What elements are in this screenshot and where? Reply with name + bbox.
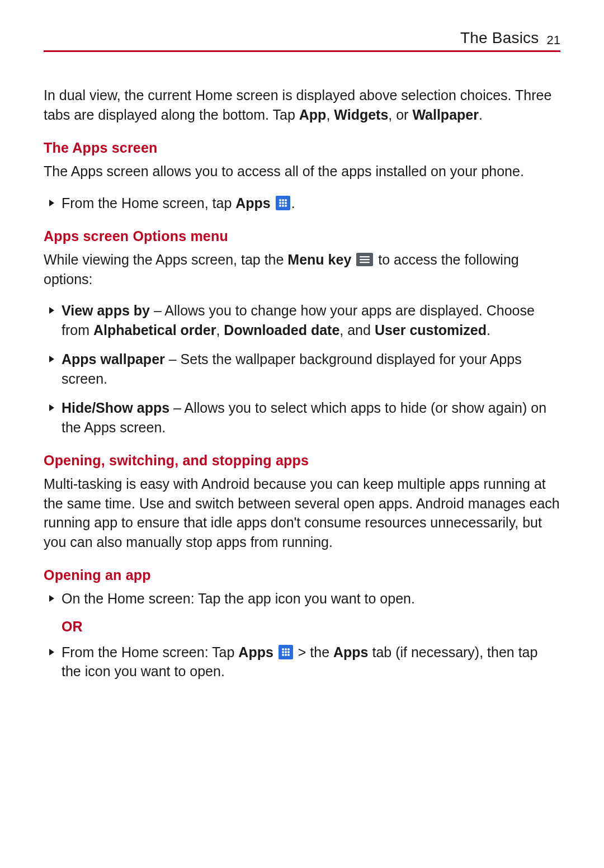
- svg-point-6: [279, 205, 281, 207]
- text: > the: [298, 644, 333, 660]
- bullet-list: View apps by – Allows you to change how …: [44, 301, 560, 437]
- bold-downloaded-date: Downloaded date: [224, 322, 339, 338]
- svg-point-16: [285, 651, 287, 653]
- svg-point-5: [285, 202, 287, 204]
- apps-icon: [279, 645, 293, 659]
- svg-point-12: [282, 648, 284, 650]
- bullet-icon: [49, 404, 54, 411]
- text: , or: [388, 107, 412, 122]
- svg-point-20: [287, 654, 290, 656]
- section-title: The Basics: [460, 29, 539, 47]
- page-number: 21: [547, 33, 560, 48]
- svg-point-18: [282, 654, 284, 656]
- svg-point-15: [282, 651, 284, 653]
- bold-alphabetical: Alphabetical order: [93, 322, 216, 338]
- bold-widgets: Widgets: [334, 107, 388, 122]
- svg-point-17: [287, 651, 290, 653]
- svg-point-0: [279, 199, 281, 201]
- bullet-icon: [49, 595, 54, 602]
- svg-rect-10: [360, 259, 370, 260]
- page: The Basics 21 In dual view, the current …: [0, 0, 604, 868]
- svg-point-3: [279, 202, 281, 204]
- bold-apps-tab: Apps: [333, 644, 369, 660]
- heading-apps-screen: The Apps screen: [44, 140, 560, 156]
- running-head: The Basics 21: [44, 29, 560, 52]
- list-item: Hide/Show apps – Allows you to select wh…: [49, 398, 560, 437]
- svg-point-19: [285, 654, 287, 656]
- list-item: View apps by – Allows you to change how …: [49, 301, 560, 339]
- svg-point-2: [285, 199, 287, 201]
- list-item: On the Home screen: Tap the app icon you…: [49, 589, 560, 608]
- svg-point-7: [282, 205, 284, 207]
- option-apps-wallpaper: Apps wallpaper: [62, 351, 165, 367]
- text: While viewing the Apps screen, tap the: [44, 252, 287, 267]
- svg-rect-9: [360, 256, 370, 257]
- text: , and: [339, 322, 375, 338]
- svg-point-1: [282, 199, 284, 201]
- bold-user-customized: User customized: [375, 322, 487, 338]
- or-separator: OR: [62, 619, 560, 635]
- multitask-paragraph: Multi-tasking is easy with Android becau…: [44, 474, 560, 551]
- text: From the Home screen, tap: [62, 195, 235, 211]
- svg-point-13: [285, 648, 287, 650]
- text: From the Home screen: Tap: [62, 644, 238, 660]
- apps-screen-paragraph: The Apps screen allows you to access all…: [44, 162, 560, 181]
- bold-apps: Apps: [238, 644, 273, 660]
- bold-menu-key: Menu key: [287, 252, 351, 267]
- text: On the Home screen: Tap the app icon you…: [62, 591, 415, 606]
- menu-icon: [356, 253, 373, 266]
- bold-apps: Apps: [235, 195, 271, 211]
- bold-app: App: [299, 107, 327, 122]
- text: ,: [326, 107, 334, 122]
- options-menu-paragraph: While viewing the Apps screen, tap the M…: [44, 250, 560, 289]
- heading-options-menu: Apps screen Options menu: [44, 228, 560, 244]
- heading-opening-app: Opening an app: [44, 567, 560, 583]
- bullet-icon: [49, 307, 54, 314]
- apps-icon: [276, 196, 290, 210]
- bold-wallpaper: Wallpaper: [412, 107, 479, 122]
- svg-rect-11: [360, 262, 370, 263]
- bullet-list: From the Home screen: Tap Apps > the App…: [44, 643, 560, 681]
- list-item: Apps wallpaper – Sets the wallpaper back…: [49, 350, 560, 388]
- list-item: From the Home screen: Tap Apps > the App…: [49, 643, 560, 681]
- text: ,: [216, 322, 224, 338]
- bullet-list: From the Home screen, tap Apps .: [44, 194, 560, 213]
- svg-point-8: [285, 205, 287, 207]
- svg-point-14: [287, 648, 290, 650]
- text: .: [487, 322, 490, 338]
- bullet-list: On the Home screen: Tap the app icon you…: [44, 589, 560, 608]
- text: .: [291, 195, 295, 211]
- intro-paragraph: In dual view, the current Home screen is…: [44, 86, 560, 124]
- option-hide-show-apps: Hide/Show apps: [62, 400, 169, 416]
- svg-point-4: [282, 202, 284, 204]
- list-item: From the Home screen, tap Apps .: [49, 194, 560, 213]
- text: .: [479, 107, 483, 122]
- bullet-icon: [49, 200, 54, 206]
- bullet-icon: [49, 356, 54, 362]
- option-view-apps-by: View apps by: [62, 303, 150, 318]
- heading-opening-switching: Opening, switching, and stopping apps: [44, 452, 560, 469]
- bullet-icon: [49, 649, 54, 655]
